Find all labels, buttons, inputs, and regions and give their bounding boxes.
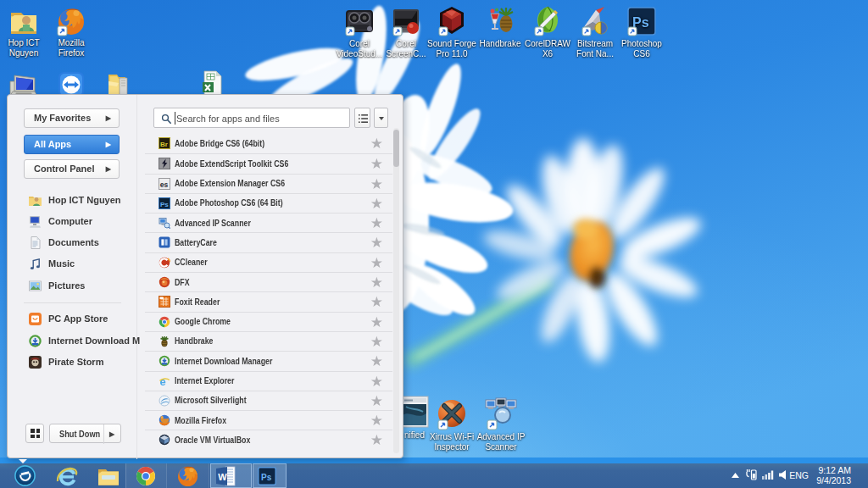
svg-text:Ps: Ps — [160, 200, 169, 208]
svg-text:Br: Br — [160, 141, 168, 148]
svg-text:es: es — [160, 180, 169, 188]
svg-text:Ps: Ps — [261, 473, 272, 482]
svg-text:e: e — [160, 375, 166, 387]
svg-text:W: W — [218, 472, 227, 482]
